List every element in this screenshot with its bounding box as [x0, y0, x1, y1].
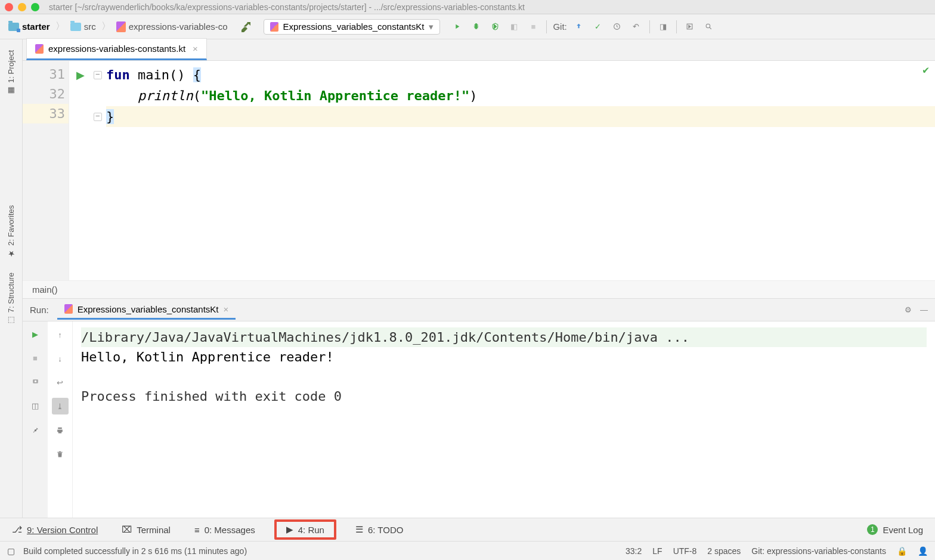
branch-icon: ⎇ [12, 524, 22, 535]
star-icon: ★ [7, 249, 16, 258]
titlebar: starter [~/src/raywenderlich/books/ka/ex… [0, 0, 935, 14]
ide-settings-button[interactable]: ◨ [655, 19, 671, 35]
status-message: Build completed successfully in 2 s 616 … [23, 546, 247, 556]
git-revert-button[interactable]: ↶ [629, 19, 644, 35]
git-commit-button[interactable]: ✓ [590, 19, 606, 35]
event-count-badge: 1 [867, 524, 878, 535]
coverage-button[interactable] [487, 19, 503, 35]
breadcrumb-file[interactable]: expressions-variables-co [114, 20, 230, 33]
file-encoding[interactable]: UTF-8 [673, 546, 697, 556]
clear-button[interactable] [52, 445, 69, 462]
paren: ( [193, 88, 201, 103]
code-content[interactable]: ✔ fun main() { println("Hello, Kotlin Ap… [104, 61, 935, 280]
gutter-icons: ▶ [69, 61, 92, 280]
debug-button[interactable] [468, 19, 484, 35]
git-branch[interactable]: Git: expressions-variables-constants [751, 546, 886, 556]
svg-point-2 [706, 24, 710, 28]
pin-button[interactable] [27, 422, 43, 437]
bottom-run-label: 4: Run [298, 525, 324, 535]
play-icon: ▶ [286, 524, 293, 535]
caret-position[interactable]: 33:2 [626, 546, 642, 556]
indent-settings[interactable]: 2 spaces [707, 546, 741, 556]
run-left-toolbar: ▶ ■ ◫ [23, 321, 48, 518]
deploy-button[interactable] [682, 19, 698, 35]
breadcrumb-file-label: expressions-variables-co [129, 21, 228, 32]
bottom-tab-terminal[interactable]: ⌧ Terminal [117, 521, 175, 538]
inspector-icon[interactable]: 👤 [918, 546, 928, 556]
breadcrumb-project[interactable]: starter [6, 20, 52, 33]
run-settings-icon[interactable]: ⚙ [905, 305, 912, 314]
folder-icon [70, 23, 81, 31]
sidebar-tab-structure[interactable]: ⬚ 7: Structure [4, 265, 18, 332]
breadcrumb-folder[interactable]: src [68, 20, 98, 33]
window-zoom-button[interactable] [31, 3, 39, 11]
kotlin-file-icon [116, 21, 126, 32]
scroll-down-button[interactable]: ↓ [52, 350, 69, 367]
lock-icon[interactable]: 🔒 [897, 546, 907, 556]
line-number: 32 [23, 84, 69, 104]
stop-process-button[interactable]: ■ [27, 350, 43, 366]
project-folder-icon [8, 23, 19, 31]
sidebar-structure-label: 7: Structure [7, 273, 16, 313]
sidebar-project-label: 1: Project [7, 50, 16, 83]
window-title: starter [~/src/raywenderlich/books/ka/ex… [49, 2, 525, 12]
fold-end-icon[interactable] [94, 113, 102, 121]
bottom-tab-event-log[interactable]: 1 Event Log [862, 521, 928, 538]
run-console-toolbar: ↑ ↓ ↩ ⤓ [48, 321, 73, 518]
bottom-tab-messages[interactable]: ≡ 0: Messages [190, 522, 260, 538]
close-tab-icon[interactable]: × [193, 44, 198, 54]
run-label: Run: [30, 305, 49, 315]
profile-button[interactable]: ◧ [506, 19, 522, 35]
bottom-tab-vcs[interactable]: ⎇ 9: Version Control [7, 521, 103, 538]
bottom-tab-todo[interactable]: ☰ 6: TODO [351, 521, 408, 538]
sidebar-favorites-label: 2: Favorites [7, 205, 16, 246]
string-literal: "Hello, Kotlin Apprentice reader!" [201, 88, 469, 103]
console-exit-line: Process finished with exit code 0 [81, 386, 927, 406]
search-everywhere-button[interactable] [701, 19, 717, 35]
line-number: 31 [23, 64, 69, 84]
close-brace: } [106, 109, 114, 124]
minimize-run-icon[interactable]: — [920, 305, 928, 314]
console-output[interactable]: /Library/Java/JavaVirtualMachines/jdk1.8… [73, 321, 935, 518]
todo-icon: ☰ [355, 524, 363, 535]
git-update-button[interactable] [571, 19, 587, 35]
window-close-button[interactable] [5, 3, 13, 11]
sidebar-tab-project[interactable]: ▦ 1: Project [4, 43, 18, 103]
window-list-icon[interactable]: ▢ [7, 546, 15, 556]
run-body: ▶ ■ ◫ ↑ ↓ ↩ ⤓ /Library/Java/JavaVirtualM… [23, 321, 935, 518]
sidebar-tab-favorites[interactable]: ★ 2: Favorites [4, 198, 18, 265]
kotlin-icon [270, 22, 278, 32]
line-number: 33 [23, 104, 69, 123]
run-tab-active[interactable]: Expressions_variables_constantsKt × [57, 301, 236, 320]
dropdown-arrow-icon: ▾ [429, 21, 434, 32]
stop-button[interactable]: ■ [525, 19, 541, 35]
print-button[interactable] [52, 422, 69, 438]
bottom-messages-label: 0: Messages [205, 525, 255, 535]
scroll-to-end-button[interactable]: ⤓ [52, 398, 69, 414]
window-minimize-button[interactable] [18, 3, 26, 11]
run-button[interactable] [449, 19, 465, 35]
dump-threads-button[interactable] [27, 374, 43, 389]
layout-button[interactable]: ◫ [27, 398, 43, 413]
line-separator[interactable]: LF [652, 546, 662, 556]
structure-breadcrumb[interactable]: main() [23, 280, 935, 298]
editor-tab-active[interactable]: expressions-variables-constants.kt × [26, 38, 207, 60]
code-editor[interactable]: 31 32 33 ▶ ✔ fun main() { println("Hello… [23, 61, 935, 280]
rerun-button[interactable]: ▶ [27, 326, 43, 342]
paren: ) [469, 88, 477, 103]
main-toolbar: starter 〉 src 〉 expressions-variables-co… [0, 14, 935, 39]
run-gutter-icon[interactable]: ▶ [76, 69, 85, 82]
soft-wrap-button[interactable]: ↩ [52, 374, 69, 391]
breadcrumb-function: main() [32, 284, 58, 295]
build-button[interactable] [239, 19, 255, 35]
close-run-tab-icon[interactable]: × [223, 304, 228, 314]
status-bar: ▢ Build completed successfully in 2 s 61… [0, 541, 935, 560]
bottom-todo-label: 6: TODO [368, 525, 403, 535]
open-brace: { [193, 67, 201, 82]
bottom-tool-stripe: ⎇ 9: Version Control ⌧ Terminal ≡ 0: Mes… [0, 518, 935, 541]
run-config-dropdown[interactable]: Expressions_variables_constantsKt ▾ [264, 19, 441, 35]
fold-start-icon[interactable] [94, 71, 102, 79]
bottom-tab-run[interactable]: ▶ 4: Run [274, 519, 336, 540]
git-history-button[interactable] [609, 19, 625, 35]
scroll-up-button[interactable]: ↑ [52, 326, 69, 343]
